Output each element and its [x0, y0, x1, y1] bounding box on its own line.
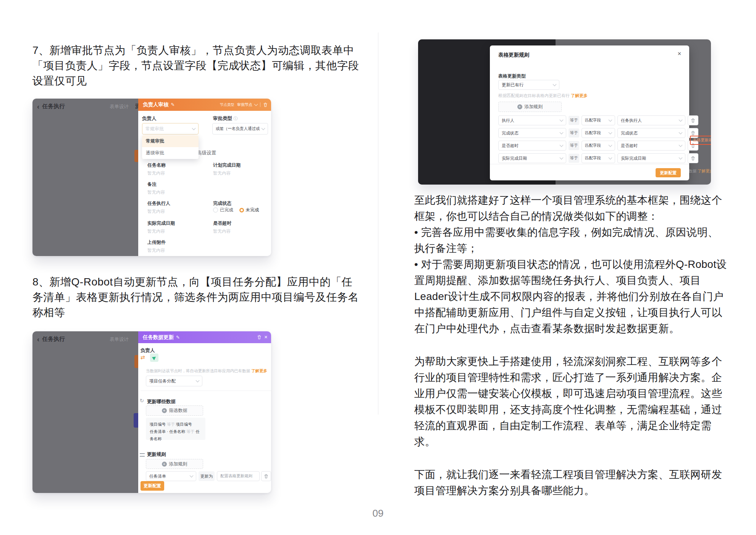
sync-icon[interactable]: ⇄	[141, 354, 145, 360]
back-nav[interactable]: ‹ 任务执行	[37, 103, 65, 110]
rule-row: 完成状态 等于 匹配字段 完成状态	[498, 128, 698, 138]
column-divider	[378, 32, 378, 415]
delete-rule-button[interactable]	[261, 471, 271, 481]
chevron-down-icon	[192, 126, 196, 130]
field-empty: 暂无内容	[147, 248, 165, 253]
equals-chip: 等于	[569, 141, 579, 150]
body-bullet: • 对于需要周期更新项目状态的情况，也可以使用流程外Q-Robot设置周期提醒、…	[414, 256, 727, 337]
back-icon: ‹	[37, 336, 39, 342]
field-select[interactable]: 实际完成日期	[498, 153, 566, 163]
tab-form-design[interactable]: 表单设计	[110, 104, 129, 110]
screenshot-approval-node: ‹ 任务执行 表单设计 流 负责人审核 ✎ 节点类型 审批节点 负责人 常规审批…	[32, 99, 271, 256]
owner-label: 负责人	[141, 347, 155, 354]
match-mode-select[interactable]: 匹配字段	[582, 128, 615, 138]
trash-icon	[691, 156, 695, 161]
field-empty: 暂无内容	[147, 209, 165, 214]
body-paragraph: 至此我们就搭建好了这样一个项目管理系统的基本框架，围绕这个框架，你也可以结合自己…	[414, 192, 727, 224]
value-select[interactable]: 完成状态	[617, 128, 685, 138]
value-select[interactable]: 任务执行人	[617, 115, 685, 125]
add-rule-button[interactable]: + 添加规则	[146, 459, 203, 469]
field-select[interactable]: 执行人	[498, 115, 566, 125]
rule-config-input[interactable]: 配置表格更新规则	[217, 471, 260, 481]
owner-select[interactable]: 常规审批	[142, 123, 199, 135]
back-icon: ‹	[37, 104, 39, 109]
filter-data-button[interactable]: + 筛选数据	[146, 405, 203, 416]
field-select[interactable]: 是否超时	[498, 141, 566, 151]
back-nav[interactable]: ‹ 任务执行	[37, 336, 65, 343]
page-number: 09	[365, 507, 391, 519]
trash-icon	[691, 118, 695, 123]
node-title: 任务数据更新	[143, 334, 174, 341]
dropdown-option[interactable]: 逐级审批	[142, 147, 199, 159]
chevron-down-icon	[679, 118, 683, 122]
filter-conditions-box: 项目编号 等于 项目编号 任务清单 · 任务名称 等于 任务名称	[146, 418, 205, 440]
learn-more-link[interactable]: 了解更多	[571, 93, 588, 98]
plus-circle-icon: +	[162, 462, 167, 467]
node-header: 任务数据更新 ✎ ✕	[138, 331, 271, 343]
tab-process-design-partial[interactable]: 流	[135, 103, 138, 110]
approval-type-select[interactable]: 或签（一名负责人通过或拒绝即可）	[212, 123, 268, 135]
app-title: 任务执行	[42, 103, 65, 110]
paragraph-7: 7、新增审批节点为「负责人审核」，节点负责人为动态调取表单中「项目负责人」字段，…	[32, 43, 361, 89]
field-label: 是否超时	[213, 220, 231, 227]
node-title: 负责人审核	[143, 101, 169, 108]
equals-chip: 等于	[569, 154, 579, 163]
rule-row: 是否超时 等于 匹配字段 是否超时	[498, 141, 698, 150]
body-paragraph: 下面，就让我们逐一来看轻流工程项目管理解决方案、互联网研发项目管理解决方案分别具…	[414, 467, 727, 499]
highlighted-table-rules-badge[interactable]: 表格更新规则	[690, 136, 711, 145]
tab-advanced-settings[interactable]: 高级设置	[197, 150, 216, 156]
value-select[interactable]: 是否超时	[617, 141, 685, 151]
chevron-down-icon	[560, 156, 564, 160]
edit-icon[interactable]: ✎	[176, 335, 180, 340]
match-mode-select[interactable]: 匹配字段	[582, 141, 615, 151]
trash-icon[interactable]	[263, 102, 268, 107]
robot-send-chip[interactable]	[150, 353, 158, 362]
section-divider	[141, 391, 271, 391]
delete-rule-button[interactable]	[688, 115, 698, 125]
add-rule-button[interactable]: + 添加规则	[498, 102, 562, 112]
field-label: 完成状态	[213, 200, 231, 207]
field-label: 计划完成日期	[213, 162, 241, 169]
field-label: 备注	[147, 181, 157, 188]
right-text-column: 至此我们就搭建好了这样一个项目管理系统的基本框架，围绕这个框架，你也可以结合自己…	[414, 192, 727, 499]
update-config-button[interactable]: 更新配置	[656, 168, 681, 177]
header-divider	[260, 102, 260, 107]
chevron-down-icon	[679, 143, 683, 147]
delete-rule-button[interactable]	[688, 153, 698, 163]
field-select[interactable]: 完成状态	[498, 128, 566, 138]
chevron-down-icon	[609, 143, 612, 147]
chevron-down-icon	[262, 126, 265, 130]
update-config-button[interactable]: 更新配置	[141, 481, 164, 491]
chevron-down-icon	[609, 156, 612, 160]
match-mode-select[interactable]: 匹配字段	[582, 115, 615, 125]
workflow-node-stub	[134, 355, 138, 368]
trash-icon	[691, 131, 695, 136]
radio-done[interactable]: 已完成	[213, 207, 233, 213]
equals-chip: 等于	[569, 128, 579, 138]
close-icon[interactable]: ✕	[677, 51, 682, 57]
node-hint: 当数据到达该节点时，将自动更新所选目标应用内已有数据 了解更多	[146, 368, 267, 374]
node-type-select[interactable]: 审批节点	[237, 102, 257, 107]
chevron-down-icon	[679, 156, 683, 160]
match-mode-select[interactable]: 匹配字段	[582, 153, 615, 163]
modal-hint: 根据匹配规则在目标表格内更新已有行 了解更多	[498, 93, 588, 99]
dropdown-option[interactable]: 常规审批	[142, 135, 199, 147]
tab-form-design[interactable]: 表单设计	[110, 336, 129, 343]
approval-type-label: 审批类型 ⓘ	[213, 115, 237, 122]
rule-update-label: 更新为	[199, 471, 215, 481]
chevron-down-icon	[560, 143, 564, 147]
edit-icon[interactable]: ✎	[171, 102, 175, 107]
refresh-icon: ↻	[140, 398, 144, 404]
rule-target-select[interactable]: 任务清单	[146, 471, 196, 481]
value-select[interactable]: 实际完成日期	[617, 153, 685, 163]
close-icon[interactable]: ✕	[264, 335, 268, 340]
trash-icon[interactable]	[257, 335, 262, 340]
field-empty: 暂无内容	[213, 229, 231, 234]
update-type-select[interactable]: 更新已有行	[498, 80, 559, 90]
target-app-select[interactable]: 项目任务分配	[146, 376, 202, 386]
learn-more-link[interactable]: 了解更多	[251, 368, 267, 373]
screenshot-table-update-rules: 表格更新规则 ✕ 表格更新类型 更新已有行 根据匹配规则在目标表格内更新已有行 …	[418, 39, 711, 185]
info-icon: ⓘ	[233, 116, 237, 121]
radio-undone[interactable]: 未完成	[239, 207, 259, 213]
modal-footer-divider	[490, 164, 689, 164]
